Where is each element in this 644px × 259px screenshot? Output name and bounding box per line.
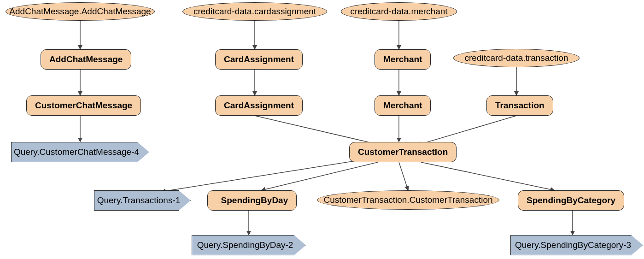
source-customertransaction[interactable]: CustomerTransaction.CustomerTransaction xyxy=(317,190,499,210)
node-label: Query.Transactions-1 xyxy=(97,195,181,206)
svg-line-14 xyxy=(421,162,555,190)
node-customertransaction[interactable]: CustomerTransaction xyxy=(349,142,457,162)
node-label: creditcard-data.transaction xyxy=(465,53,568,63)
node-label: AddChatMessage xyxy=(49,54,123,65)
svg-line-11 xyxy=(161,159,364,192)
node-label: CardAssignment xyxy=(224,100,294,111)
node-label: _SpendingByDay xyxy=(216,195,288,206)
node-label: CustomerTransaction xyxy=(358,147,448,157)
node-label: CardAssignment xyxy=(224,54,294,65)
node-label: creditcard-data.cardassignment xyxy=(193,6,316,17)
node-cardassignment-2[interactable]: CardAssignment xyxy=(215,95,303,116)
node-label: Query.SpendingByCategory-3 xyxy=(515,240,631,250)
source-cardassignment[interactable]: creditcard-data.cardassignment xyxy=(182,2,327,21)
diagram-canvas: AddChatMessage.AddChatMessage creditcard… xyxy=(0,0,644,259)
node-label: CustomerChatMessage xyxy=(35,100,132,111)
source-transaction[interactable]: creditcard-data.transaction xyxy=(453,49,580,67)
node-spendingbyday[interactable]: _SpendingByDay xyxy=(207,190,297,211)
node-addchatmessage[interactable]: AddChatMessage xyxy=(41,49,131,70)
edge-layer xyxy=(0,0,644,259)
node-merchant-1[interactable]: Merchant xyxy=(375,49,431,70)
node-transaction[interactable]: Transaction xyxy=(486,95,553,116)
sink-spendingbyday[interactable]: Query.SpendingByDay-2 xyxy=(192,235,306,255)
source-merchant[interactable]: creditcard-data.merchant xyxy=(341,2,457,21)
node-label: Query.CustomerChatMessage-4 xyxy=(14,147,139,157)
svg-line-13 xyxy=(399,162,408,190)
node-label: SpendingByCategory xyxy=(527,195,615,206)
svg-line-12 xyxy=(261,162,378,190)
node-label: Transaction xyxy=(495,100,544,111)
node-merchant-2[interactable]: Merchant xyxy=(375,95,431,116)
sink-customerchatmessage[interactable]: Query.CustomerChatMessage-4 xyxy=(11,142,149,162)
source-addchatmessage[interactable]: AddChatMessage.AddChatMessage xyxy=(6,2,155,21)
node-cardassignment-1[interactable]: CardAssignment xyxy=(215,49,303,70)
node-label: Merchant xyxy=(383,54,422,65)
sink-spendingbycategory[interactable]: Query.SpendingByCategory-3 xyxy=(510,235,643,255)
node-customerchatmessage[interactable]: CustomerChatMessage xyxy=(26,95,141,116)
svg-line-8 xyxy=(255,116,381,145)
node-label: CustomerTransaction.CustomerTransaction xyxy=(323,195,492,205)
node-label: Merchant xyxy=(383,100,422,111)
node-label: AddChatMessage.AddChatMessage xyxy=(9,6,151,17)
node-label: creditcard-data.merchant xyxy=(350,6,447,17)
sink-transactions[interactable]: Query.Transactions-1 xyxy=(94,190,191,211)
svg-line-10 xyxy=(417,116,516,145)
node-label: Query.SpendingByDay-2 xyxy=(197,240,293,250)
node-spendingbycategory[interactable]: SpendingByCategory xyxy=(518,190,624,211)
